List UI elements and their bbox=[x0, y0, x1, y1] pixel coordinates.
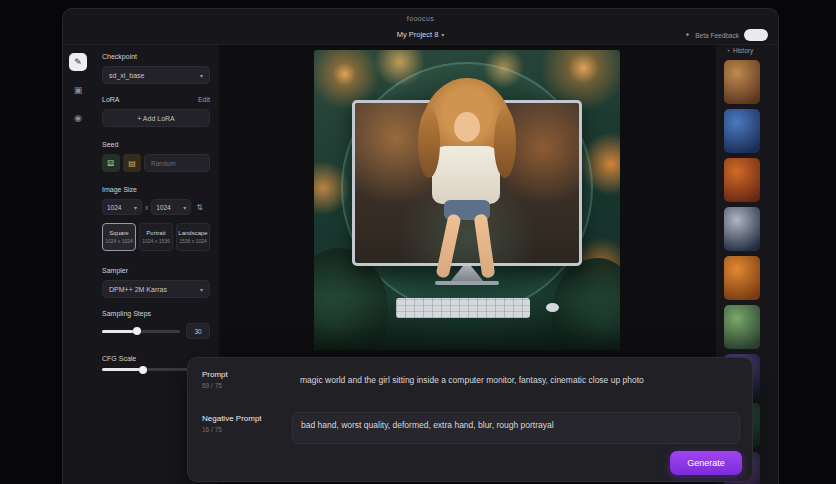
sampler-select[interactable]: DPM++ 2M Karras ▾ bbox=[102, 280, 210, 298]
seed-row: ⚄ ▤ Random bbox=[102, 154, 210, 172]
lora-edit-link[interactable]: Edit bbox=[198, 96, 210, 103]
add-lora-button[interactable]: + Add LoRA bbox=[102, 109, 210, 127]
preset-size: 1024 x 1536 bbox=[142, 238, 170, 244]
header: My Project 8 ▾ ✦ Beta Feedback bbox=[63, 27, 778, 45]
history-thumbnail[interactable] bbox=[724, 305, 760, 349]
project-selector[interactable]: My Project 8 ▾ bbox=[397, 30, 445, 39]
negative-prompt-row: Negative Prompt 16 / 75 bad hand, worst … bbox=[202, 414, 740, 452]
girl-hair-graphic bbox=[418, 108, 440, 178]
lora-header: LoRA Edit bbox=[102, 96, 210, 103]
history-thumbnail[interactable] bbox=[724, 60, 760, 104]
checkpoint-value: sd_xl_base bbox=[109, 72, 144, 79]
girl-shirt-graphic bbox=[432, 146, 500, 204]
history-header: ◔ History bbox=[726, 47, 778, 54]
preset-square[interactable]: Square 1024 x 1024 bbox=[102, 223, 136, 251]
chevron-down-icon: ▾ bbox=[441, 31, 444, 38]
layers-tool-button[interactable]: ▣ bbox=[69, 81, 87, 99]
preset-name: Square bbox=[109, 230, 128, 236]
seed-input[interactable]: Random bbox=[144, 154, 210, 172]
girl-face-graphic bbox=[454, 112, 480, 142]
aspect-presets: Square 1024 x 1024 Portrait 1024 x 1536 … bbox=[102, 223, 210, 251]
chevron-down-icon: ▾ bbox=[183, 204, 186, 211]
dice-icon: ⚄ bbox=[108, 159, 115, 168]
negative-prompt-input[interactable]: bad hand, worst quality, deformed, extra… bbox=[292, 412, 740, 444]
prompt-input[interactable]: magic world and the girl sitting inside … bbox=[292, 368, 740, 400]
history-label: History bbox=[733, 47, 753, 54]
header-actions: ✦ Beta Feedback bbox=[685, 29, 768, 41]
info-icon: ◉ bbox=[74, 113, 82, 123]
titlebar: fooocus bbox=[63, 9, 778, 27]
brush-icon: ✎ bbox=[74, 57, 82, 67]
preset-landscape[interactable]: Landscape 1536 x 1024 bbox=[176, 223, 210, 251]
slider-fill bbox=[102, 330, 137, 333]
beta-icon: ✦ bbox=[685, 31, 690, 39]
height-input[interactable]: 1024 ▾ bbox=[151, 199, 191, 215]
lora-label: LoRA bbox=[102, 96, 120, 103]
tool-rail: ✎ ▣ ◉ bbox=[63, 45, 93, 484]
beta-feedback-link[interactable]: Beta Feedback bbox=[695, 32, 739, 39]
checkpoint-select[interactable]: sd_xl_base ▾ bbox=[102, 66, 210, 84]
sampling-steps-row: 30 bbox=[102, 323, 210, 339]
keyboard-graphic bbox=[396, 298, 530, 318]
image-size-label: Image Size bbox=[102, 186, 210, 193]
checkpoint-label: Checkpoint bbox=[102, 53, 210, 60]
chevron-down-icon: ▾ bbox=[200, 72, 203, 79]
sampler-value: DPM++ 2M Karras bbox=[109, 286, 167, 293]
sampler-label: Sampler bbox=[102, 267, 210, 274]
project-name: My Project 8 bbox=[397, 30, 439, 39]
width-value: 1024 bbox=[107, 204, 121, 211]
app-title: fooocus bbox=[407, 15, 434, 22]
sampling-steps-label: Sampling Steps bbox=[102, 310, 210, 317]
prompt-row: Prompt 69 / 75 magic world and the girl … bbox=[202, 370, 740, 408]
account-button[interactable] bbox=[744, 29, 768, 41]
folder-icon: ▤ bbox=[128, 159, 136, 168]
history-thumbnail[interactable] bbox=[724, 158, 760, 202]
random-seed-button[interactable]: ⚄ bbox=[102, 154, 120, 172]
app-window: fooocus My Project 8 ▾ ✦ Beta Feedback ✎… bbox=[62, 8, 779, 484]
slider-fill bbox=[102, 368, 143, 371]
girl-hair-graphic bbox=[494, 108, 516, 178]
seed-label: Seed bbox=[102, 141, 210, 148]
mouse-graphic bbox=[546, 303, 559, 312]
history-thumbnail[interactable] bbox=[724, 256, 760, 300]
chevron-down-icon: ▾ bbox=[200, 286, 203, 293]
preset-name: Landscape bbox=[178, 230, 207, 236]
reuse-seed-button[interactable]: ▤ bbox=[123, 154, 141, 172]
sampling-steps-value[interactable]: 30 bbox=[186, 323, 210, 339]
preset-size: 1024 x 1024 bbox=[105, 238, 133, 244]
slider-handle[interactable] bbox=[133, 327, 141, 335]
layers-icon: ▣ bbox=[74, 85, 83, 95]
monitor-stand-graphic bbox=[435, 281, 499, 285]
swap-dimensions-icon[interactable]: ⇅ bbox=[196, 203, 203, 212]
slider-handle[interactable] bbox=[139, 366, 147, 374]
width-input[interactable]: 1024 ▾ bbox=[102, 199, 142, 215]
height-value: 1024 bbox=[156, 204, 170, 211]
preset-portrait[interactable]: Portrait 1024 x 1536 bbox=[139, 223, 173, 251]
history-thumbnail[interactable] bbox=[724, 109, 760, 153]
history-icon: ◔ bbox=[726, 47, 730, 54]
generate-button[interactable]: Generate bbox=[670, 451, 742, 475]
prompt-panel: Prompt 69 / 75 magic world and the girl … bbox=[187, 357, 753, 482]
brush-tool-button[interactable]: ✎ bbox=[69, 53, 87, 71]
preset-size: 1536 x 1024 bbox=[179, 238, 207, 244]
image-size-row: 1024 ▾ x 1024 ▾ ⇅ bbox=[102, 199, 210, 215]
preset-name: Portrait bbox=[146, 230, 165, 236]
sampling-steps-slider[interactable] bbox=[102, 330, 180, 333]
info-tool-button[interactable]: ◉ bbox=[69, 109, 87, 127]
chevron-down-icon: ▾ bbox=[134, 204, 137, 211]
size-separator: x bbox=[145, 204, 148, 211]
generated-image bbox=[314, 50, 620, 350]
history-thumbnail[interactable] bbox=[724, 207, 760, 251]
